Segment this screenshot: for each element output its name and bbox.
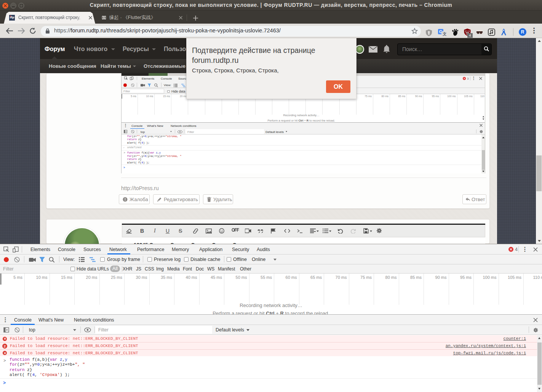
svg-text:文: 文 (443, 32, 446, 36)
svg-text:uB: uB (466, 29, 469, 32)
